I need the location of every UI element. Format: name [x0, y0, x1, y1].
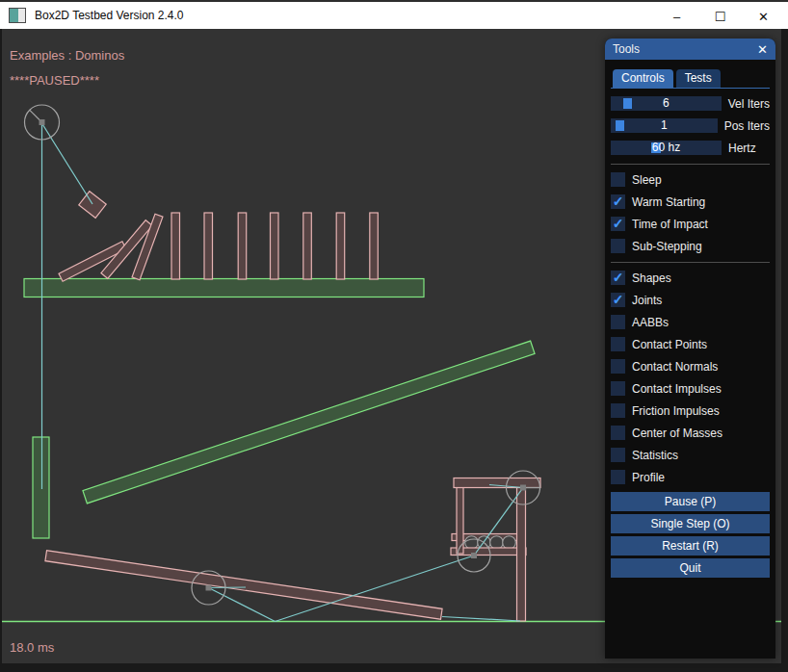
unchecked-checkbox-icon[interactable]	[611, 470, 625, 484]
draw-options-group: ✓Shapes✓JointsAABBsContact PointsContact…	[611, 271, 770, 484]
joint-line	[442, 617, 520, 622]
close-icon[interactable]: ✕	[742, 2, 785, 31]
checkbox-row-friction-impulses[interactable]: Friction Impulses	[611, 403, 770, 418]
checkbox-row-sleep[interactable]: Sleep	[611, 172, 770, 187]
checkbox-label: Profile	[632, 471, 665, 484]
sim-options-group: Sleep✓Warm Starting✓Time of ImpactSub-St…	[611, 172, 770, 253]
unchecked-checkbox-icon[interactable]	[611, 337, 625, 351]
tools-panel-titlebar[interactable]: Tools ✕	[605, 39, 775, 60]
unchecked-checkbox-icon[interactable]	[611, 315, 625, 329]
checked-checkbox-icon[interactable]: ✓	[611, 217, 625, 231]
pos-iters-slider[interactable]: 1	[611, 118, 718, 133]
pause-p--button[interactable]: Pause (P)	[611, 492, 770, 511]
checkbox-row-joints[interactable]: ✓Joints	[611, 293, 770, 307]
unchecked-checkbox-icon[interactable]	[611, 403, 625, 418]
checked-checkbox-icon[interactable]: ✓	[611, 194, 625, 209]
checkbox-label: Joints	[632, 294, 662, 307]
unchecked-checkbox-icon[interactable]	[611, 448, 625, 462]
hertz-slider[interactable]: 60 hz	[611, 141, 722, 155]
standing-domino	[204, 213, 213, 279]
hertz-label: Hertz	[728, 142, 756, 155]
checkbox-row-contact-points[interactable]: Contact Points	[611, 337, 770, 351]
checkbox-row-profile[interactable]: Profile	[611, 470, 770, 484]
checkbox-row-shapes[interactable]: ✓Shapes	[611, 271, 770, 285]
pendulum-box	[79, 192, 106, 219]
checkbox-label: Contact Points	[632, 338, 707, 351]
vel-iters-value: 6	[611, 96, 722, 111]
standing-domino	[303, 213, 312, 279]
domino-platform	[24, 279, 424, 297]
standing-domino	[171, 213, 180, 279]
tools-panel-title: Tools	[613, 42, 640, 56]
anchor-square	[471, 553, 477, 558]
checkbox-label: Center of Masses	[632, 426, 722, 440]
vel-iters-slider[interactable]: 6	[611, 96, 722, 111]
window-titlebar[interactable]: Box2D Testbed Version 2.4.0 – ☐ ✕	[0, 0, 788, 29]
ball	[465, 536, 479, 550]
maximize-icon[interactable]: ☐	[698, 2, 742, 31]
vel-iters-label: Vel Iters	[728, 97, 770, 111]
ball	[490, 536, 504, 550]
frame-time-label: 18.0 ms	[10, 640, 54, 655]
single-step-o--button[interactable]: Single Step (O)	[611, 514, 770, 533]
tab-bar: Controls Tests	[611, 69, 770, 89]
joint-line	[42, 123, 93, 204]
panel-close-icon[interactable]: ✕	[757, 42, 768, 57]
anchor-square	[520, 485, 526, 491]
checkbox-row-contact-impulses[interactable]: Contact Impulses	[611, 381, 770, 396]
checked-checkbox-icon[interactable]: ✓	[611, 293, 625, 307]
separator	[611, 164, 770, 165]
minimize-icon[interactable]: –	[655, 2, 698, 31]
app-icon	[9, 8, 26, 23]
tab-controls[interactable]: Controls	[613, 69, 673, 88]
pos-iters-value: 1	[611, 118, 718, 133]
checkbox-row-center-of-masses[interactable]: Center of Masses	[611, 426, 770, 440]
unchecked-checkbox-icon[interactable]	[611, 426, 625, 440]
restart-r--button[interactable]: Restart (R)	[611, 536, 770, 556]
vel-iters-row: 6 Vel Iters	[611, 96, 770, 111]
pos-iters-label: Pos Iters	[724, 119, 770, 133]
checkbox-label: Shapes	[632, 271, 671, 285]
unchecked-checkbox-icon[interactable]	[611, 172, 625, 187]
checkbox-label: Time of Impact	[632, 218, 708, 231]
pos-iters-row: 1 Pos Iters	[611, 118, 770, 133]
checkbox-label: Sleep	[632, 173, 662, 187]
window-title: Box2D Testbed Version 2.4.0	[35, 9, 184, 22]
checked-checkbox-icon[interactable]: ✓	[611, 271, 625, 285]
standing-domino	[370, 213, 379, 279]
hertz-value: 60 hz	[611, 141, 722, 155]
checkbox-row-warm-starting[interactable]: ✓Warm Starting	[611, 194, 770, 209]
joint-line	[209, 587, 247, 588]
standing-domino	[238, 213, 247, 279]
quit-button[interactable]: Quit	[611, 558, 770, 578]
window-controls: – ☐ ✕	[655, 2, 785, 31]
tab-tests[interactable]: Tests	[676, 69, 721, 88]
hertz-row: 60 hz Hertz	[611, 141, 770, 155]
standing-domino	[336, 213, 345, 279]
checkbox-label: Warm Starting	[632, 195, 705, 209]
checkbox-row-statistics[interactable]: Statistics	[611, 448, 770, 462]
unchecked-checkbox-icon[interactable]	[611, 239, 625, 253]
example-label: Examples : Dominos	[10, 48, 124, 63]
seesaw-plank	[45, 551, 442, 620]
checkbox-label: Sub-Stepping	[632, 240, 702, 253]
checkbox-row-aabbs[interactable]: AABBs	[611, 315, 770, 329]
anchor-square	[206, 585, 212, 591]
unchecked-checkbox-icon[interactable]	[611, 381, 625, 396]
standing-domino	[271, 213, 279, 279]
checkbox-label: Statistics	[632, 449, 678, 462]
tools-panel: Tools ✕ Controls Tests 6 Vel Iters 1 Pos…	[605, 39, 775, 659]
paused-label: ****PAUSED****	[10, 73, 99, 88]
checkbox-label: Friction Impulses	[632, 404, 720, 418]
separator	[611, 262, 770, 263]
action-buttons: Pause (P)Single Step (O)Restart (R)Quit	[611, 492, 770, 578]
anchor-square	[39, 119, 45, 125]
vertical-green-post	[33, 437, 49, 538]
unchecked-checkbox-icon[interactable]	[611, 359, 625, 374]
frame-top-beam	[454, 478, 540, 488]
checkbox-label: Contact Impulses	[632, 382, 722, 396]
checkbox-row-contact-normals[interactable]: Contact Normals	[611, 359, 770, 374]
checkbox-row-time-of-impact[interactable]: ✓Time of Impact	[611, 217, 770, 231]
checkbox-label: AABBs	[632, 316, 669, 329]
checkbox-row-sub-stepping[interactable]: Sub-Stepping	[611, 239, 770, 253]
